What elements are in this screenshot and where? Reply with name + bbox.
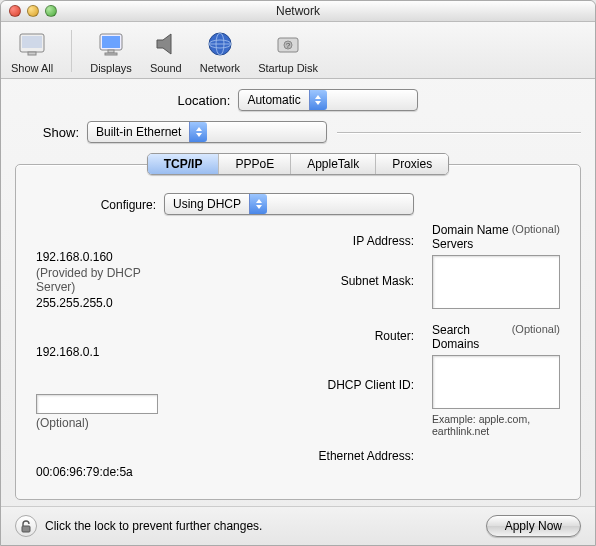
show-select[interactable]: Built-in Ethernet — [87, 121, 327, 143]
sound-icon — [150, 28, 182, 60]
tcpip-left-column: Configure: Using DHCP IP Address: 192.16… — [36, 193, 414, 479]
toolbar-label: Sound — [150, 62, 182, 74]
ethernet-address-label: Ethernet Address: — [164, 448, 414, 463]
prefpane-toolbar: Show All Displays Sound Network ? Startu — [1, 22, 595, 79]
displays-icon — [95, 28, 127, 60]
svg-rect-14 — [22, 526, 30, 532]
tab-proxies[interactable]: Proxies — [376, 154, 448, 174]
ip-address-note: (Provided by DHCP Server) — [36, 266, 156, 294]
lock-text: Click the lock to prevent further change… — [45, 519, 262, 533]
toolbar-displays[interactable]: Displays — [90, 28, 132, 74]
window-controls — [9, 5, 57, 17]
search-domains-header: Search Domains (Optional) — [432, 323, 560, 351]
search-domains-optional: (Optional) — [512, 323, 560, 351]
tab-appletalk[interactable]: AppleTalk — [291, 154, 376, 174]
router-label: Router: — [164, 328, 414, 343]
svg-text:?: ? — [286, 41, 291, 50]
dhcp-client-id-input[interactable] — [36, 394, 158, 414]
location-row: Location: Automatic — [15, 89, 581, 111]
svg-rect-1 — [22, 36, 42, 48]
show-all-icon — [16, 28, 48, 60]
close-window-button[interactable] — [9, 5, 21, 17]
dhcp-client-id-note: (Optional) — [36, 416, 156, 430]
window-title: Network — [1, 4, 595, 18]
location-label: Location: — [178, 93, 231, 108]
ip-address-label: IP Address: — [164, 233, 414, 248]
toolbar-network[interactable]: Network — [200, 28, 240, 74]
toolbar-show-all[interactable]: Show All — [11, 28, 53, 74]
svg-rect-6 — [105, 53, 117, 55]
updown-arrows-icon — [189, 122, 207, 142]
dhcp-client-id-label: DHCP Client ID: — [164, 377, 414, 392]
footer: Click the lock to prevent further change… — [1, 506, 595, 545]
subnet-mask-label: Subnet Mask: — [164, 273, 414, 288]
configure-value: Using DHCP — [173, 197, 249, 211]
content-area: Location: Automatic Show: Built-in Ether… — [1, 79, 595, 506]
window-titlebar: Network — [1, 1, 595, 22]
tcpip-panel: Configure: Using DHCP IP Address: 192.16… — [15, 164, 581, 500]
tcpip-right-column: Domain Name Servers (Optional) Search Do… — [432, 193, 560, 479]
ethernet-address-value: 00:06:96:79:de:5a — [36, 465, 156, 479]
router-value: 192.168.0.1 — [36, 345, 156, 359]
configure-select[interactable]: Using DHCP — [164, 193, 414, 215]
dns-optional: (Optional) — [512, 223, 560, 251]
network-icon — [204, 28, 236, 60]
updown-arrows-icon — [309, 90, 327, 110]
zoom-window-button[interactable] — [45, 5, 57, 17]
show-row: Show: Built-in Ethernet — [15, 121, 581, 143]
ip-address-value: 192.168.0.160 — [36, 250, 156, 264]
show-label: Show: — [15, 125, 79, 140]
startup-disk-icon: ? — [272, 28, 304, 60]
toolbar-startup-disk[interactable]: ? Startup Disk — [258, 28, 318, 74]
search-domains-example: Example: apple.com, earthlink.net — [432, 413, 560, 437]
row-divider — [337, 132, 581, 133]
dns-textarea[interactable] — [432, 255, 560, 309]
dns-header: Domain Name Servers (Optional) — [432, 223, 560, 251]
location-select[interactable]: Automatic — [238, 89, 418, 111]
search-domains-label: Search Domains — [432, 323, 512, 351]
svg-rect-2 — [28, 52, 36, 55]
toolbar-sound[interactable]: Sound — [150, 28, 182, 74]
network-tabs: TCP/IP PPPoE AppleTalk Proxies — [147, 153, 449, 175]
toolbar-divider — [71, 30, 72, 72]
configure-label: Configure: — [36, 197, 156, 212]
tab-tcpip[interactable]: TCP/IP — [148, 154, 220, 174]
toolbar-label: Startup Disk — [258, 62, 318, 74]
unlocked-lock-icon — [20, 520, 32, 533]
minimize-window-button[interactable] — [27, 5, 39, 17]
updown-arrows-icon — [249, 194, 267, 214]
lock-button[interactable] — [15, 515, 37, 537]
apply-now-button[interactable]: Apply Now — [486, 515, 581, 537]
search-domains-textarea[interactable] — [432, 355, 560, 409]
tab-pppoe[interactable]: PPPoE — [219, 154, 291, 174]
svg-rect-4 — [102, 36, 120, 48]
location-value: Automatic — [247, 93, 308, 107]
subnet-mask-value: 255.255.255.0 — [36, 296, 156, 310]
dns-label: Domain Name Servers — [432, 223, 512, 251]
network-prefpane-window: Network Show All Displays Sound Netwo — [0, 0, 596, 546]
toolbar-label: Displays — [90, 62, 132, 74]
toolbar-label: Show All — [11, 62, 53, 74]
toolbar-label: Network — [200, 62, 240, 74]
show-value: Built-in Ethernet — [96, 125, 189, 139]
